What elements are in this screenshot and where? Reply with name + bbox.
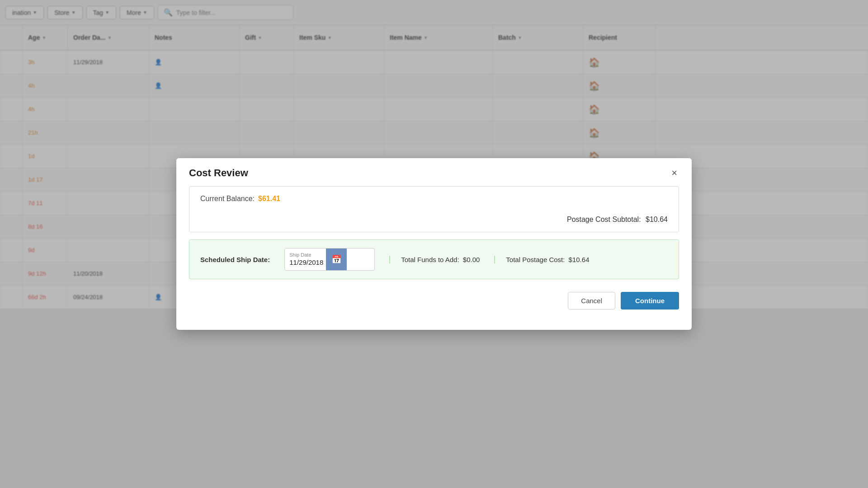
continue-button[interactable]: Continue	[621, 292, 679, 310]
total-postage-info: Total Postage Cost: $10.64	[494, 256, 589, 263]
total-postage-label: Total Postage Cost:	[506, 256, 565, 263]
modal-close-button[interactable]: ×	[670, 168, 679, 178]
modal-body: Current Balance: $61.41 Postage Cost Sub…	[176, 186, 692, 322]
ship-date-field-label: Ship Date	[289, 252, 323, 258]
total-funds-value: $0.00	[463, 256, 480, 263]
total-postage-value: $10.64	[569, 256, 590, 263]
balance-row: Current Balance: $61.41	[200, 195, 668, 203]
calendar-icon: 📅	[331, 254, 341, 264]
ship-date-value: 11/29/2018	[289, 258, 323, 267]
ship-date-section: Scheduled Ship Date: Ship Date 11/29/201…	[189, 239, 679, 279]
postage-subtotal-label: Postage Cost Subtotal:	[567, 216, 641, 223]
modal-title: Cost Review	[189, 167, 248, 179]
postage-subtotal: Postage Cost Subtotal: $10.64	[200, 216, 668, 224]
calendar-button[interactable]: 📅	[326, 249, 347, 270]
modal-overlay: Cost Review × Current Balance: $61.41 Po…	[0, 0, 868, 488]
cost-review-modal: Cost Review × Current Balance: $61.41 Po…	[176, 158, 692, 330]
balance-section: Current Balance: $61.41 Postage Cost Sub…	[189, 186, 679, 232]
ship-date-label: Scheduled Ship Date:	[200, 256, 270, 263]
total-funds-label: Total Funds to Add:	[401, 256, 459, 263]
ship-date-input[interactable]: Ship Date 11/29/2018 📅	[284, 248, 375, 271]
total-funds-info: Total Funds to Add: $0.00	[389, 256, 480, 263]
current-balance-row: Current Balance: $61.41	[200, 195, 280, 203]
current-balance-value: $61.41	[258, 195, 280, 203]
postage-subtotal-value: $10.64	[646, 216, 668, 223]
ship-date-inner: Ship Date 11/29/2018	[285, 251, 326, 268]
current-balance-label: Current Balance:	[200, 195, 255, 203]
modal-header: Cost Review ×	[176, 158, 692, 186]
cancel-button[interactable]: Cancel	[568, 292, 615, 310]
modal-actions: Cancel Continue	[189, 290, 679, 310]
background-page: ination ▼ Store ▼ Tag ▼ More ▼ 🔍 Age ▼ O…	[0, 0, 868, 488]
